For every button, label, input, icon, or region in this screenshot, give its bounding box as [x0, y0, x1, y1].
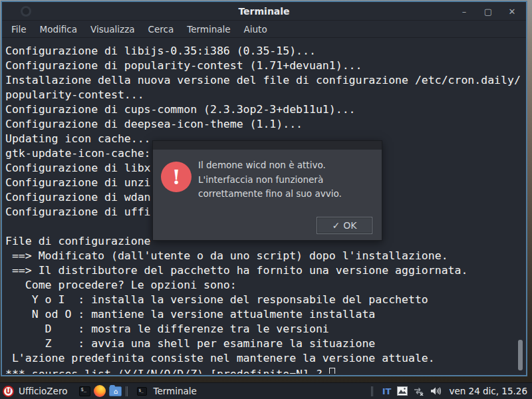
menu-visualizza[interactable]: Visualizza	[84, 22, 142, 37]
warning-icon: !	[161, 162, 192, 192]
clock[interactable]: ven 24 dic, 15.26	[449, 386, 527, 396]
taskbar-separator	[126, 386, 128, 396]
tray-separator	[371, 386, 373, 396]
terminal-line: L'azione predefinita consiste nel manten…	[5, 351, 525, 366]
terminal-line: Installazione della nuova versione del f…	[5, 73, 525, 88]
dialog-titlebar[interactable]	[153, 141, 382, 150]
wicd-alert-dialog: ! Il demone wicd non è attivo. L'interfa…	[152, 140, 382, 241]
window-titlebar[interactable]: Terminale – ▢ ✕	[2, 2, 526, 21]
terminal-line: D : mostra le differenze tra le versioni	[5, 322, 525, 336]
app-menu-button[interactable]: U UfficioZero	[0, 383, 71, 399]
close-icon[interactable]: ✕	[505, 4, 519, 19]
window-title: Terminale	[2, 6, 526, 17]
menu-bar: File Modifica Visualizza Cerca Terminale…	[2, 21, 526, 38]
taskbar: U UfficioZero $_ ⌂ $_ Terminale IT	[0, 382, 532, 399]
dialog-message: Il demone wicd non è attivo. L'interfacc…	[198, 158, 382, 201]
terminal-line: Y o I : installa la versione del respons…	[5, 293, 525, 307]
terminal-line: Configurazione di deepsea-icon-theme (1.…	[5, 117, 525, 132]
terminal-line: Z : avvia una shell per esaminare la sit…	[5, 336, 525, 351]
menu-file[interactable]: File	[5, 22, 33, 37]
terminal-line: ==> Il distributore del pacchetto ha for…	[5, 263, 525, 278]
ufficiozero-logo-icon: U	[3, 386, 14, 397]
network-disconnected-icon[interactable]	[413, 386, 424, 396]
file-manager-launcher-icon[interactable]: ⌂	[109, 386, 122, 396]
terminal-line: N od O : mantiene la versione attualment…	[5, 307, 525, 322]
ok-button[interactable]: ✓ OK	[317, 217, 372, 234]
minimize-icon[interactable]: –	[457, 4, 471, 19]
volume-icon[interactable]	[430, 386, 441, 396]
maximize-icon[interactable]: ▢	[481, 4, 495, 19]
terminal-line: Come procedere? Le opzioni sono:	[5, 278, 525, 293]
firefox-launcher-icon[interactable]	[94, 385, 106, 397]
keyboard-layout-indicator[interactable]: IT	[382, 386, 392, 396]
menu-terminale[interactable]: Terminale	[180, 22, 237, 37]
terminal-cursor	[329, 368, 335, 374]
terminal-line: ==> Modificato (dall'utente o da uno scr…	[5, 249, 525, 263]
terminal-prompt-line: *** sources.list (Y/I/N/O/D/Z) [predefin…	[5, 366, 525, 374]
terminal-task-icon: $_	[137, 387, 147, 396]
terminal-launcher-icon[interactable]: $_	[79, 386, 90, 396]
terminal-line: Configurazione di popularity-contest (1.…	[5, 59, 525, 73]
task-button-label: Terminale	[153, 386, 196, 396]
menu-cerca[interactable]: Cerca	[142, 22, 181, 37]
screenshot-image-icon[interactable]	[396, 386, 408, 396]
check-icon: ✓	[332, 220, 340, 231]
terminal-line: Configurazione di libijs-0.35:i386 (0.35…	[5, 44, 525, 59]
ok-button-label: OK	[343, 220, 356, 231]
terminal-line: popularity-contest...	[5, 88, 525, 102]
window-app-icon	[21, 6, 31, 17]
app-menu-label: UfficioZero	[19, 386, 67, 396]
menu-modifica[interactable]: Modifica	[33, 22, 84, 37]
task-button-terminale[interactable]: $_ Terminale	[132, 383, 201, 399]
terminal-line: Configurazione di cups-common (2.3.3op2-…	[5, 102, 525, 117]
terminal-scrollbar[interactable]	[518, 340, 523, 370]
menu-aiuto[interactable]: Aiuto	[237, 22, 274, 37]
terminal-prompt: *** sources.list (Y/I/N/O/D/Z) [predefin…	[5, 368, 329, 374]
